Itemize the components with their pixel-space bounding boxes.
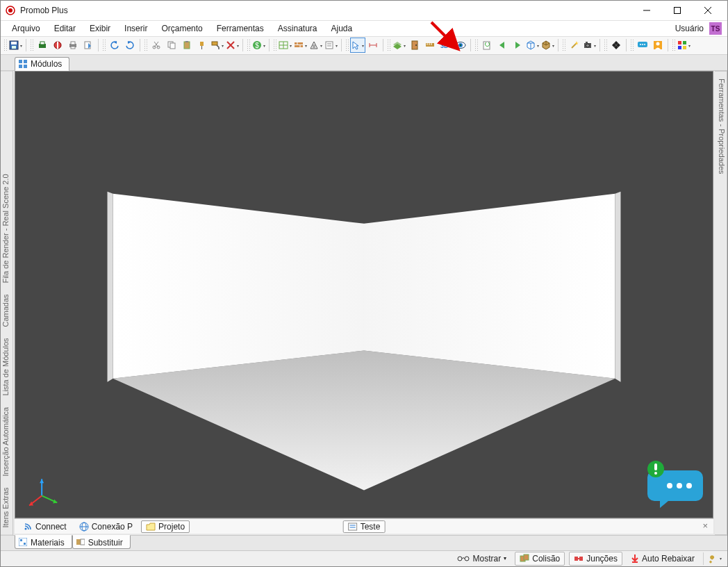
svg-rect-77	[19, 60, 22, 63]
modules-icon	[18, 59, 28, 69]
juncoes-button[interactable]: Junções	[569, 552, 622, 566]
sidetab-insercao-auto[interactable]: Inserção Automática	[1, 404, 12, 479]
toolbar-grip	[387, 39, 390, 51]
svg-point-92	[686, 483, 692, 488]
svg-rect-107	[81, 539, 85, 545]
svg-rect-25	[185, 41, 188, 42]
user-button[interactable]	[650, 38, 665, 53]
observer-button[interactable]	[453, 38, 468, 53]
auto-rebaixar-button[interactable]: Auto Rebaixar	[627, 552, 699, 566]
maximize-button[interactable]	[662, 1, 693, 20]
save-button[interactable]: ▾	[8, 38, 24, 53]
menu-ajuda[interactable]: Ajuda	[324, 22, 360, 35]
copy-button[interactable]	[164, 38, 179, 53]
status-bar: Mostrar ▾ Colisão Junções Auto Rebaixar …	[1, 550, 727, 566]
teste-button[interactable]: Teste	[343, 520, 386, 533]
sidetab-itens-extras[interactable]: Itens Extras	[1, 484, 12, 530]
connect-button[interactable]: Connect	[19, 520, 71, 533]
connectbar-close[interactable]: ×	[702, 520, 708, 531]
menu-assinatura[interactable]: Assinatura	[271, 22, 324, 35]
dimension-button[interactable]	[365, 38, 381, 53]
door-button[interactable]	[407, 38, 422, 53]
svg-marker-84	[364, 194, 615, 379]
layout-button[interactable]: ▾	[278, 38, 293, 53]
sidetab-fila-render[interactable]: Fila de Render - Real Scene 2.0	[1, 171, 12, 286]
sidetab-lista-modulos[interactable]: Lista de Módulos	[1, 335, 12, 398]
menu-inserir[interactable]: Inserir	[117, 22, 154, 35]
menu-arquivo[interactable]: Arquivo	[5, 22, 47, 35]
svg-point-70	[644, 44, 645, 45]
sidetab-ferramentas-props[interactable]: Ferramentas - Propriedades	[715, 76, 726, 177]
refresh-button[interactable]	[479, 38, 495, 53]
svg-rect-27	[201, 46, 202, 49]
layers-button[interactable]: ▾	[392, 38, 407, 53]
palette-button[interactable]: ▾	[677, 38, 692, 53]
svg-rect-28	[212, 42, 217, 45]
tab-materiais[interactable]: Materiais	[15, 535, 72, 549]
juncoes-label: Junções	[586, 554, 618, 564]
svg-point-68	[640, 44, 641, 45]
printer-button[interactable]	[65, 38, 81, 53]
conexao-button[interactable]: Conexão P	[75, 520, 137, 533]
minimize-button[interactable]	[631, 1, 662, 20]
views-button[interactable]: ▾	[525, 38, 540, 53]
box-button[interactable]: ▾	[540, 38, 556, 53]
paint-button[interactable]: ▾	[210, 38, 225, 53]
svg-rect-66	[586, 42, 588, 43]
toolbar-grip	[562, 39, 565, 51]
menu-exibir[interactable]: Exibir	[83, 22, 117, 35]
svg-rect-105	[24, 543, 26, 545]
tab-label: Materiais	[31, 538, 65, 548]
erase-button[interactable]: ▾	[225, 38, 240, 53]
menu-editar[interactable]: Editar	[47, 22, 83, 35]
close-button[interactable]	[693, 1, 723, 20]
chat-button[interactable]	[635, 38, 650, 53]
tools-button[interactable]: ▾	[708, 551, 723, 566]
export-button[interactable]	[81, 38, 96, 53]
wand-button[interactable]	[567, 38, 582, 53]
tab-modulos[interactable]: Módulos	[15, 57, 69, 71]
chat-widget[interactable]	[642, 458, 704, 509]
panel-button[interactable]: ▾	[308, 38, 324, 53]
cursor-button[interactable]: ▾	[350, 38, 365, 53]
camera-button[interactable]: ▾	[582, 38, 597, 53]
svg-point-96	[25, 527, 27, 529]
colisao-button[interactable]: Colisão	[515, 552, 565, 566]
measure-button[interactable]	[422, 38, 438, 53]
print-button[interactable]	[35, 38, 50, 53]
user-badge[interactable]: TS	[709, 22, 722, 35]
budget-button[interactable]: $▾	[251, 38, 267, 53]
toolbar-grip	[30, 39, 33, 51]
svg-rect-9	[12, 46, 16, 49]
svg-rect-8	[11, 42, 17, 44]
forward-button[interactable]	[510, 38, 525, 53]
svg-rect-26	[200, 42, 204, 46]
mostrar-button[interactable]: Mostrar ▾	[452, 552, 511, 566]
paste-button[interactable]	[179, 38, 195, 53]
3d-button[interactable]: 3D	[438, 38, 453, 53]
toolbar: ▾ ▾ ▾ $▾ ▾ ▾ ▾ ▾ ▾ ▾ 3D ▾ ▾ ▾ ▾	[1, 37, 727, 54]
3d-viewport[interactable]	[15, 71, 713, 519]
sidetab-camadas[interactable]: Camadas	[1, 291, 12, 329]
toolbar-grip	[247, 39, 250, 51]
back-button[interactable]	[495, 38, 510, 53]
wall-button[interactable]: ▾	[293, 38, 308, 53]
menu-ferramentas[interactable]: Ferramentas	[210, 22, 271, 35]
connect-label: Connect	[35, 522, 67, 532]
auto-rebaixar-label: Auto Rebaixar	[642, 554, 695, 564]
redo-button[interactable]	[122, 38, 138, 53]
cut-button[interactable]	[149, 38, 164, 53]
plot-button[interactable]	[50, 38, 65, 53]
menu-orcamento[interactable]: Orçamento	[154, 22, 209, 35]
tab-substituir[interactable]: Substituir	[72, 535, 131, 549]
toolbar-grip	[672, 39, 675, 51]
brush-button[interactable]	[195, 38, 210, 53]
list-button[interactable]: ▾	[324, 38, 339, 53]
sidepanel-right: Ferramentas - Propriedades	[715, 71, 727, 536]
modules-grid-button[interactable]	[609, 38, 624, 53]
svg-point-90	[667, 483, 672, 488]
undo-button[interactable]	[107, 38, 122, 53]
tab-label: Substituir	[88, 538, 123, 548]
svg-marker-85	[108, 192, 113, 382]
projeto-button[interactable]: Projeto	[141, 520, 190, 533]
